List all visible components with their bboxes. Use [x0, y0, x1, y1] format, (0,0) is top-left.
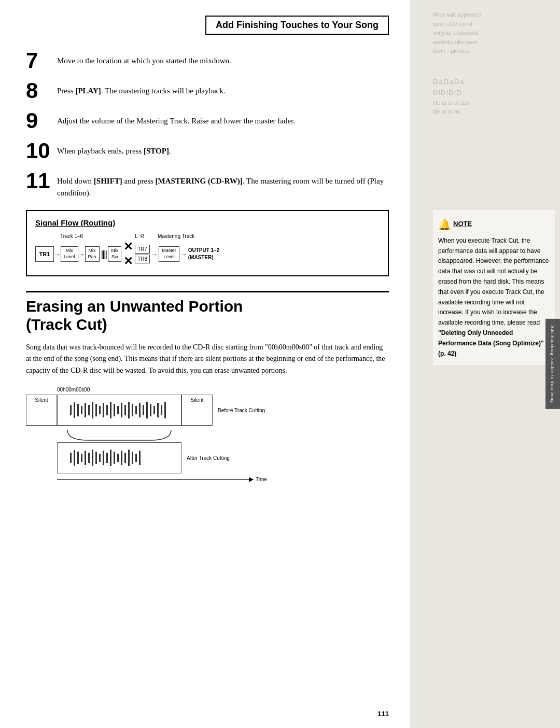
arrow-3: → — [151, 250, 158, 258]
svg-rect-18 — [135, 406, 137, 414]
lr-label: L R — [135, 233, 144, 239]
svg-rect-31 — [85, 451, 86, 465]
mix-pan-block: MixPan — [85, 246, 100, 261]
svg-rect-19 — [139, 403, 141, 417]
svg-rect-43 — [128, 450, 130, 466]
svg-rect-13 — [117, 406, 119, 414]
step-11: 11 Hold down [SHIFT] and press [MASTERIN… — [26, 173, 389, 199]
svg-rect-29 — [77, 452, 79, 464]
time-arrow: ▶ — [249, 475, 254, 483]
signal-flow-box: Signal Flow (Routing) Track 1–6 L R Mast… — [26, 210, 389, 276]
step-number-8: 8 — [26, 80, 57, 102]
svg-rect-33 — [92, 450, 93, 466]
tracks-label: Track 1–6 — [60, 233, 83, 239]
svg-rect-41 — [121, 451, 122, 465]
step-7: 7 Move to the location at which you star… — [26, 53, 389, 72]
ghost-line-4: assimils alle sans — [433, 38, 555, 47]
time-label: 00h00m00s00 — [57, 387, 389, 393]
svg-rect-7 — [95, 404, 97, 416]
svg-rect-11 — [110, 402, 111, 418]
step-content-9: Adjust the volume of the Mastering Track… — [57, 113, 389, 127]
sidebar-tab-label: Add Finishing Touches to Your Song — [550, 325, 555, 403]
svg-rect-0 — [70, 405, 72, 415]
svg-rect-32 — [88, 453, 90, 463]
step-number-11: 11 — [26, 170, 57, 192]
svg-rect-5 — [88, 405, 90, 415]
ghost-line-1: Wiol wait appeared — [433, 10, 555, 20]
tr1-block: TR1 — [35, 246, 54, 262]
svg-rect-45 — [135, 454, 137, 462]
note-header: 🔔 NOTE — [438, 216, 550, 233]
playback-box-top — [57, 395, 181, 426]
page-number: 111 — [377, 710, 389, 718]
separator-bars: |||| — [101, 249, 107, 260]
svg-rect-4 — [85, 403, 86, 417]
svg-rect-24 — [157, 403, 159, 417]
sidebar-tab: Add Finishing Touches to Your Song — [545, 319, 560, 409]
svg-rect-46 — [139, 451, 141, 465]
svg-rect-25 — [161, 405, 162, 415]
ghost-line-3: veryour unpassed — [433, 29, 555, 38]
step-number-9: 9 — [26, 110, 57, 132]
svg-rect-3 — [81, 406, 82, 414]
after-track-row: After Track Cutting — [57, 442, 389, 473]
waveform-svg-top — [67, 400, 171, 421]
svg-rect-2 — [77, 404, 79, 416]
svg-rect-6 — [92, 402, 93, 418]
step-10: 10 When playback ends, press [STOP]. — [26, 143, 389, 162]
svg-rect-42 — [124, 453, 126, 463]
x-marks: ✕ ✕ — [123, 240, 133, 268]
connector-area — [57, 430, 389, 440]
time-axis-label: Time — [256, 477, 267, 482]
step-9: 9 Adjust the volume of the Mastering Tra… — [26, 113, 389, 132]
step-content-10: When playback ends, press [STOP]. — [57, 143, 389, 157]
right-panel: Wiol wait appeared past I-CD sm of veryo… — [425, 0, 560, 728]
arrow-2: → — [78, 250, 85, 258]
ghost-line-6: DaDaDa — [433, 77, 555, 88]
page-title: Add Finishing Touches to Your Song — [205, 16, 389, 35]
ghost-line-9: file at al all — [433, 107, 555, 117]
arrow-4: → — [180, 250, 187, 258]
section-heading: Erasing an Unwanted Portion(Track Cut) — [26, 291, 389, 333]
svg-rect-27 — [70, 453, 72, 463]
tr7-tr8-blocks: TR7 TR8 — [135, 245, 150, 263]
mix-level-block: MixLevel — [61, 246, 78, 261]
silent-box-right: Silent — [181, 395, 213, 426]
svg-rect-17 — [132, 404, 133, 416]
arrow-1: → — [54, 250, 61, 258]
section-body: Song data that was track-bounced will be… — [26, 342, 389, 376]
svg-rect-15 — [124, 405, 126, 415]
svg-rect-38 — [110, 450, 111, 466]
ghost-line-2: past I-CD sm of — [433, 20, 555, 29]
svg-rect-35 — [99, 454, 101, 462]
master-level-block: MasterLevel — [159, 246, 179, 261]
after-cutting-label: After Track Cutting — [187, 455, 230, 461]
signal-flow-title: Signal Flow (Routing) — [35, 218, 380, 227]
svg-rect-37 — [106, 453, 108, 463]
before-cutting-label: Before Track Cutting — [218, 408, 265, 413]
mastering-track-label: Mastering Track — [158, 233, 194, 239]
step-number-7: 7 — [26, 50, 57, 72]
svg-rect-8 — [99, 406, 101, 414]
step-content-8: Press [PLAY]. The mastering tracks will … — [57, 83, 389, 97]
ghost-content-top: Wiol wait appeared past I-CD sm of veryo… — [433, 10, 555, 117]
svg-rect-34 — [95, 452, 97, 464]
playback-box-after — [57, 442, 181, 473]
svg-rect-26 — [164, 402, 166, 418]
ghost-line-5: thefir - plexace — [433, 47, 555, 56]
svg-rect-22 — [150, 404, 151, 416]
waveform-svg-after — [67, 447, 171, 468]
note-body: When you execute Track Cut, the performa… — [438, 236, 550, 359]
step-content-11: Hold down [SHIFT] and press [MASTERING (… — [57, 173, 389, 199]
page-header: Add Finishing Touches to Your Song — [26, 16, 389, 37]
ghost-line-8: He at al al spit — [433, 99, 555, 108]
svg-rect-28 — [74, 450, 75, 466]
silent-box-left: Silent — [26, 395, 57, 426]
note-bold-ref: "Deleting Only Unneeded Performance Data… — [438, 329, 544, 357]
svg-rect-20 — [143, 405, 144, 415]
track-diagram: 00h00m00s00 Silent — [26, 387, 389, 483]
svg-rect-16 — [128, 402, 130, 418]
svg-rect-40 — [117, 454, 119, 462]
svg-rect-1 — [74, 402, 75, 418]
svg-rect-44 — [132, 452, 133, 464]
